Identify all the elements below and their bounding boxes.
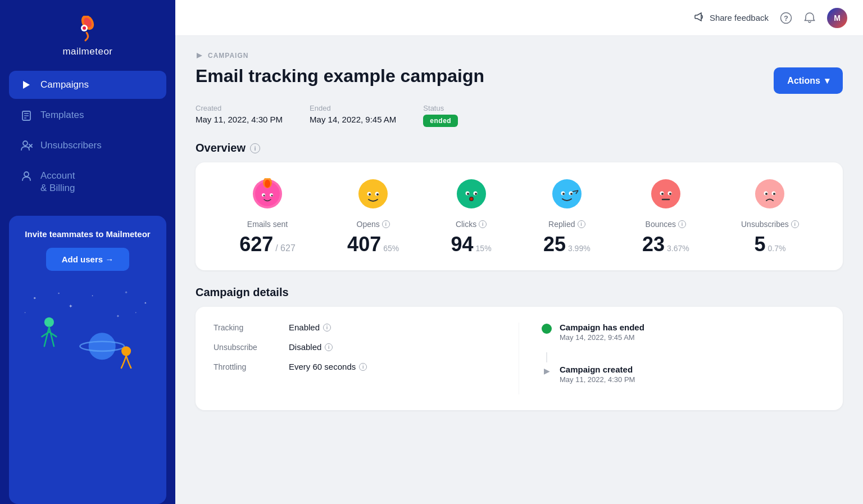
throttling-info-icon[interactable]: i: [359, 363, 367, 371]
svg-point-17: [145, 302, 147, 304]
unsubscribe-value: Disabled i: [289, 342, 333, 352]
svg-point-15: [92, 296, 93, 297]
emails-sent-value-row: 627 / 627: [239, 234, 296, 255]
svg-point-9: [23, 141, 28, 146]
details-right-column: Campaign has ended May 14, 2022, 9:45 AM…: [519, 323, 825, 394]
timeline-created-label: Campaign created: [560, 365, 635, 374]
tracking-info-icon[interactable]: i: [323, 324, 331, 332]
emails-sent-main: 627: [239, 234, 273, 255]
svg-point-20: [89, 333, 116, 360]
tracking-key: Tracking: [214, 323, 275, 332]
ended-meta: Ended May 14, 2022, 9:45 AM: [310, 104, 396, 127]
timeline-content-created: Campaign created May 11, 2022, 4:30 PM: [560, 365, 635, 384]
sidebar-item-account-billing[interactable]: Account& Billing: [9, 162, 166, 202]
ended-label: Ended: [310, 104, 396, 112]
throttling-key: Throttling: [214, 362, 275, 371]
stat-unsubscribes: Unsubscribes i 5 0.7%: [741, 178, 799, 255]
svg-point-14: [58, 293, 60, 294]
status-meta: Status ended: [423, 104, 458, 127]
svg-point-3: [83, 26, 86, 30]
timeline-ended-date: May 14, 2022, 9:45 AM: [560, 333, 635, 342]
throttling-value: Every 60 seconds i: [289, 362, 367, 371]
timeline-ended-label: Campaign has ended: [560, 323, 644, 332]
bounces-emoji: [650, 178, 682, 214]
tracking-row: Tracking Enabled i: [214, 323, 501, 332]
overview-card: Emails sent 627 / 627: [196, 162, 843, 270]
replied-info-icon[interactable]: i: [578, 220, 585, 228]
svg-point-22: [44, 317, 54, 327]
campaign-details-section-title: Campaign details: [196, 286, 843, 299]
campaign-details-title-text: Campaign details: [196, 286, 289, 299]
replied-pct: 3.99%: [568, 244, 591, 253]
actions-button[interactable]: Actions ▾: [774, 67, 843, 94]
created-value: May 11, 2022, 4:30 PM: [196, 115, 283, 124]
unsubscribes-value-row: 5 0.7%: [754, 234, 785, 255]
svg-point-12: [24, 172, 29, 176]
replied-value-row: 25 3.99%: [543, 234, 591, 255]
templates-icon: [20, 109, 33, 121]
svg-point-16: [125, 292, 127, 293]
svg-point-40: [369, 193, 371, 196]
notification-bell-icon[interactable]: [803, 12, 816, 24]
bounces-label: Bounces i: [646, 220, 686, 229]
svg-point-37: [358, 179, 388, 208]
details-left-column: Tracking Enabled i Unsubscribe Disabled …: [214, 323, 519, 394]
mailmeteor-logo-icon: [74, 16, 101, 43]
stat-opens: Opens i 407 65%: [347, 178, 399, 255]
svg-point-53: [570, 193, 573, 195]
unsubscribes-info-icon[interactable]: i: [791, 220, 799, 228]
svg-point-18: [25, 312, 26, 314]
invite-teammates-box: Invite teammates to Mailmeteor Add users…: [9, 216, 166, 504]
user-avatar[interactable]: M: [827, 8, 847, 28]
timeline-arrow-created: ▶: [542, 366, 552, 376]
share-feedback-label: Share feedback: [710, 13, 769, 22]
actions-dropdown-icon: ▾: [825, 75, 829, 86]
svg-marker-4: [23, 81, 30, 89]
emails-sent-label: Emails sent: [247, 220, 288, 229]
unsubscribe-key: Unsubscribe: [214, 343, 275, 352]
invite-title: Invite teammates to Mailmeteor: [20, 228, 155, 240]
sidebar-item-templates-label: Templates: [40, 110, 84, 121]
svg-point-54: [651, 179, 680, 208]
svg-point-57: [661, 193, 664, 195]
main-area: Share feedback ? M CAMPAIGN Email tracki…: [175, 0, 863, 504]
opens-emoji: [357, 178, 389, 214]
breadcrumb-label: CAMPAIGN: [208, 52, 248, 60]
svg-point-23: [121, 346, 131, 356]
stat-emails-sent: Emails sent 627 / 627: [239, 178, 296, 255]
sidebar-item-campaigns[interactable]: Campaigns: [9, 71, 166, 99]
account-icon: [20, 170, 33, 182]
sidebar-item-unsubscribers[interactable]: Unsubscribers: [9, 131, 166, 160]
svg-point-36: [271, 195, 272, 197]
clicks-emoji: [456, 178, 487, 214]
opens-value-row: 407 65%: [347, 234, 399, 255]
share-feedback-button[interactable]: Share feedback: [694, 11, 769, 24]
bounces-info-icon[interactable]: i: [678, 220, 686, 228]
sidebar-logo-area: mailmeteor: [62, 0, 112, 71]
timeline-item-ended: Campaign has ended May 14, 2022, 9:45 AM: [542, 323, 825, 342]
help-icon-button[interactable]: ?: [780, 12, 792, 24]
megaphone-icon: [694, 11, 705, 24]
tracking-value: Enabled i: [289, 323, 331, 332]
svg-point-32: [265, 180, 270, 188]
unsubscribes-main: 5: [754, 234, 765, 255]
unsubscribers-icon: [20, 139, 33, 152]
sidebar-item-templates[interactable]: Templates: [9, 101, 166, 129]
opens-info-icon[interactable]: i: [382, 220, 390, 228]
invite-illustration: ✦ ✦: [20, 282, 155, 372]
opens-main: 407: [347, 234, 381, 255]
emails-sent-emoji: [252, 178, 283, 214]
actions-button-label: Actions: [787, 76, 820, 86]
svg-point-64: [773, 193, 775, 195]
page-header: Email tracking example campaign Actions …: [196, 65, 843, 94]
created-meta: Created May 11, 2022, 4:30 PM: [196, 104, 283, 127]
svg-point-35: [263, 195, 265, 197]
sidebar-item-unsubscribers-label: Unsubscribers: [40, 140, 102, 151]
overview-info-icon[interactable]: i: [250, 143, 260, 153]
timeline-content-ended: Campaign has ended May 14, 2022, 9:45 AM: [560, 323, 644, 342]
unsubscribe-info-icon[interactable]: i: [325, 343, 333, 351]
sidebar-item-account-label: Account& Billing: [40, 170, 75, 194]
clicks-info-icon[interactable]: i: [479, 220, 487, 228]
add-users-button[interactable]: Add users →: [46, 248, 130, 271]
svg-point-63: [765, 193, 767, 195]
